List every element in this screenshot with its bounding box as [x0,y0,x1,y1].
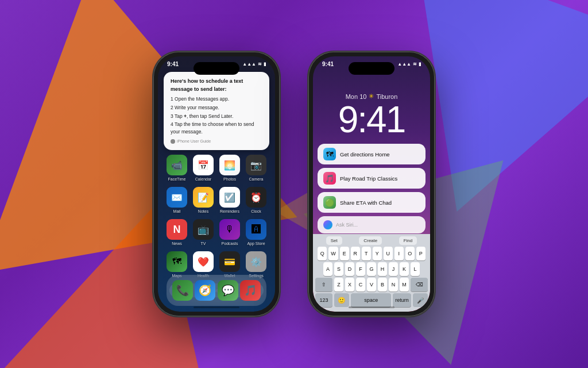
key-emoji[interactable]: 🙂 [334,293,349,307]
key-h[interactable]: H [378,262,387,276]
key-m[interactable]: M [400,278,409,292]
key-space[interactable]: space [351,293,391,307]
key-y[interactable]: Y [373,247,382,260]
toolbar-set[interactable]: Set [326,236,342,245]
battery-icon: ▮ [264,62,266,67]
health-icon: ❤️ [193,251,214,272]
phones-container: 9:41 ▲▲▲ ≋ ▮ Here's how to schedule a te… [0,0,588,368]
app-camera[interactable]: 📷 Camera [243,155,269,181]
key-r[interactable]: R [351,247,360,260]
phone2-time: 9:41 [322,61,334,67]
key-i[interactable]: I [394,247,404,260]
key-a[interactable]: A [323,262,332,276]
key-l[interactable]: L [411,262,420,276]
phone2-status-icons: ▲▲▲ ≋ ▮ [397,62,421,67]
app-wallet[interactable]: 💳 Wallet [217,251,242,278]
keyboard-toolbar: Set Create Find [315,236,428,245]
photos-label: Photos [223,177,236,181]
ask-siri-placeholder: Ask Siri... [336,222,358,228]
share-suggestion-icon: 🟢 [323,196,336,209]
tv-icon: 📺 [193,219,214,240]
key-n[interactable]: N [389,278,398,292]
key-numbers[interactable]: 123 [315,293,332,307]
suggestion-eta[interactable]: 🟢 Share ETA with Chad [318,192,425,213]
note-title: Here's how to schedule a text message to… [171,78,262,93]
suggestion-music[interactable]: 🎵 Play Road Trip Classics [318,168,425,189]
app-photos[interactable]: 🌅 Photos [217,155,242,181]
app-maps[interactable]: 🗺 Maps [164,251,189,278]
dock-phone-app[interactable]: 📞 [172,280,193,301]
podcasts-label: Podcasts [222,241,238,246]
suggestion-music-text: Play Road Trip Classics [340,175,397,182]
key-c[interactable]: C [356,278,365,292]
key-e[interactable]: E [340,247,349,260]
key-o[interactable]: O [405,247,415,260]
dock-messages-app[interactable]: 💬 [218,280,238,301]
app-notes[interactable]: 📝 Notes [191,187,216,213]
signal-icon-2: ▲▲▲ [397,62,411,67]
reminders-icon: ☑️ [219,187,240,208]
app-health[interactable]: ❤️ Health [191,251,216,278]
phone2-screen: 9:41 ▲▲▲ ≋ ▮ Mon 10 ✳ Tiburon 9:41 [313,56,430,312]
news-label: News [172,241,182,246]
settings-icon: ⚙️ [246,251,266,272]
key-b[interactable]: B [378,278,387,292]
maps-suggestion-icon: 🗺 [323,148,336,160]
app-facetime[interactable]: 📹 FaceTime [164,155,189,181]
key-delete[interactable]: ⌫ [411,278,428,292]
app-appstore[interactable]: 🅰 App Store [243,219,269,246]
notes-label: Notes [198,209,208,213]
key-return[interactable]: return [393,293,411,307]
keyboard-row-1: Q W E R T Y U I O P [315,247,428,260]
lockscreen-clock: 9:41 [319,101,424,138]
key-t[interactable]: T [362,247,371,260]
note-step4: 4 Tap the time to choose when to send yo… [171,121,262,136]
clock-label: Clock [251,209,261,213]
app-clock[interactable]: ⏰ Clock [243,187,269,213]
app-settings[interactable]: ⚙️ Settings [243,251,269,278]
app-podcasts[interactable]: 🎙 Podcasts [217,219,242,246]
mail-icon: ✉️ [167,187,187,208]
calendar-label: Calendar [195,177,211,181]
key-w[interactable]: W [328,247,338,260]
camera-label: Camera [249,177,264,181]
app-tv[interactable]: 📺 TV [191,219,216,246]
siri-suggestions: 🗺 Get directions Home 🎵 Play Road Trip C… [318,144,425,213]
key-shift[interactable]: ⇧ [315,278,332,292]
key-mic[interactable]: 🎤 [413,293,428,307]
key-s[interactable]: S [334,262,343,276]
app-reminders[interactable]: ☑️ Reminders [217,187,242,213]
key-j[interactable]: J [389,262,398,276]
app-calendar[interactable]: 📅 Calendar [191,155,216,181]
app-news[interactable]: N News [164,219,189,246]
keyboard: Set Create Find Q W E R T Y U I O P [313,234,430,312]
key-k[interactable]: K [400,262,409,276]
toolbar-find[interactable]: Find [399,236,417,245]
dock-safari-app[interactable]: 🧭 [195,280,215,301]
key-d[interactable]: D [345,262,354,276]
key-v[interactable]: V [367,278,376,292]
ask-siri-field[interactable]: Ask Siri... [318,216,425,233]
signal-icon: ▲▲▲ [242,62,256,67]
note-step3: 3 Tap +, then tap Send Later. [171,113,262,120]
phone1-status-icons: ▲▲▲ ≋ ▮ [242,62,266,67]
app-grid: 📹 FaceTime 📅 Calendar 🌅 Photos 📷 Camera [158,155,275,278]
dock-music-app[interactable]: 🎵 [240,280,261,301]
toolbar-create[interactable]: Create [359,236,382,245]
home-indicator [194,306,239,308]
phone2-dynamic-island [349,62,394,75]
key-z[interactable]: Z [334,278,343,292]
key-g[interactable]: G [367,262,376,276]
key-u[interactable]: U [384,247,393,260]
clock-icon: ⏰ [246,187,266,208]
suggestion-directions[interactable]: 🗺 Get directions Home [318,144,425,164]
appstore-label: App Store [247,241,265,246]
key-q[interactable]: Q [318,247,327,260]
key-x[interactable]: X [345,278,354,292]
app-mail[interactable]: ✉️ Mail [164,187,189,213]
keyboard-row-3: ⇧ Z X C V B N M ⌫ [315,278,428,292]
key-p[interactable]: P [416,247,425,260]
facetime-label: FaceTime [168,177,186,181]
news-icon: N [167,219,187,240]
key-f[interactable]: F [356,262,365,276]
